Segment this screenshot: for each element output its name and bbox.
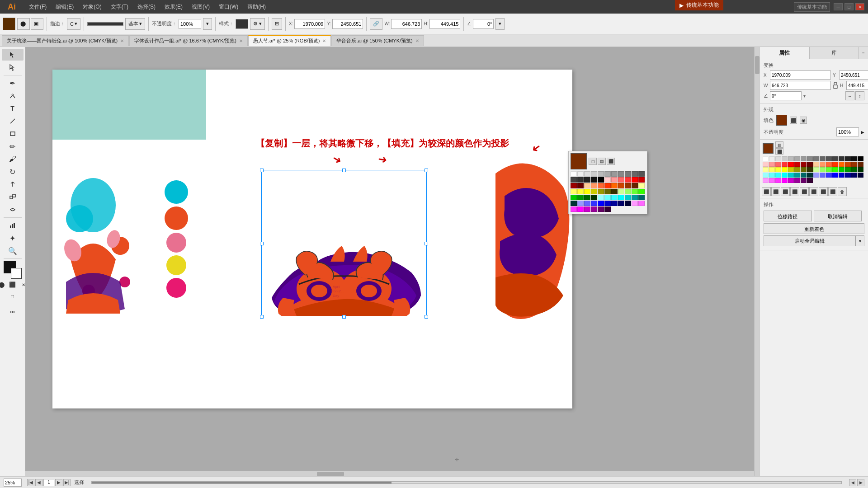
color-mode-btn[interactable]: ⬤: [0, 280, 7, 290]
color-swatch-cell[interactable]: [625, 183, 631, 188]
color-swatch-cell[interactable]: [584, 171, 590, 177]
main-palette-cell[interactable]: [782, 162, 788, 167]
main-palette-cell[interactable]: [763, 167, 769, 172]
color-swatch-cell[interactable]: [598, 177, 604, 183]
color-swatch-cell[interactable]: [571, 201, 577, 206]
tab-3[interactable]: 华音音乐.ai @ 150% (CMYK/预览) ✕: [331, 35, 424, 46]
color-swatch-cell[interactable]: [591, 206, 597, 212]
main-palette-cell[interactable]: [826, 167, 832, 172]
delete-btn-icon[interactable]: 🗑: [838, 187, 847, 196]
tab-0[interactable]: 关于杭张——国产特纸兔.ai @ 100% (CMYK/预览) ✕: [2, 35, 129, 46]
pencil-tool[interactable]: ✏: [2, 141, 24, 152]
workspace-label[interactable]: 传统基本功能: [794, 2, 830, 12]
main-palette-cell[interactable]: [826, 156, 832, 161]
color-swatch-cell[interactable]: [604, 206, 611, 212]
color-swatch-cell[interactable]: [604, 171, 611, 177]
color-swatch-cell[interactable]: [611, 189, 618, 194]
properties-tab[interactable]: 属性: [760, 47, 810, 59]
main-palette-cell[interactable]: [845, 156, 851, 161]
main-palette-cell[interactable]: [801, 167, 807, 172]
main-palette-cell[interactable]: [788, 167, 794, 172]
rp-h-input[interactable]: [846, 81, 868, 90]
stroke-type-btn[interactable]: C▾: [67, 18, 80, 30]
rp-x-input[interactable]: [770, 70, 831, 80]
main-palette-cell[interactable]: [788, 173, 794, 178]
main-palette-cell[interactable]: [794, 173, 800, 178]
minimize-button[interactable]: ─: [834, 3, 843, 10]
w-input[interactable]: [391, 19, 422, 29]
color-swatch-cell[interactable]: [571, 189, 577, 194]
angle-dropdown[interactable]: ▾: [803, 94, 806, 99]
more-tools-btn[interactable]: •••: [2, 306, 24, 318]
main-palette-cell[interactable]: [775, 173, 781, 178]
main-palette-cell[interactable]: [775, 178, 781, 183]
main-palette-cell[interactable]: [782, 178, 788, 183]
scale-tool[interactable]: [2, 191, 24, 203]
main-palette-cell[interactable]: [788, 162, 794, 167]
menu-file[interactable]: 文件(F): [25, 2, 50, 12]
opacity-input[interactable]: [179, 19, 201, 29]
tab-2[interactable]: 愚人节.ai* @ 25% (RGB/预览) ✕: [248, 35, 331, 46]
main-palette-cell[interactable]: [839, 156, 844, 161]
symbol-tool[interactable]: ✦: [2, 232, 24, 244]
fill-eyedropper-btn[interactable]: ◉: [800, 117, 807, 124]
color-swatch-cell[interactable]: [571, 195, 577, 200]
main-palette-cell[interactable]: [858, 162, 863, 167]
color-swatch-cell[interactable]: [584, 183, 590, 188]
color-swatch-cell[interactable]: [571, 183, 577, 188]
menu-type[interactable]: 文字(T): [107, 2, 132, 12]
tab-1[interactable]: 字体设计作品一组.ai* @ 16.67% (CMYK/预览) ✕: [129, 35, 248, 46]
tab-0-close[interactable]: ✕: [120, 38, 124, 43]
fill-spectrum-btn[interactable]: ⬛: [790, 117, 797, 124]
main-palette-cell[interactable]: [851, 162, 857, 167]
color-swatch-cell[interactable]: [591, 177, 597, 183]
graph-tool[interactable]: [2, 220, 24, 231]
main-palette-cell[interactable]: [782, 167, 788, 172]
main-palette-cell[interactable]: [839, 167, 844, 172]
color-swatch-cell[interactable]: [584, 206, 590, 212]
menu-edit[interactable]: 编辑(E): [52, 2, 77, 12]
color-swatch-cell[interactable]: [618, 195, 624, 200]
type-tool[interactable]: T: [2, 103, 24, 114]
color-swatch-cell[interactable]: [638, 201, 645, 206]
prev-page-btn[interactable]: ◀: [35, 479, 42, 486]
opacity-section-input[interactable]: [836, 127, 859, 136]
main-palette-cell[interactable]: [775, 156, 781, 161]
tab-3-close[interactable]: ✕: [415, 38, 419, 43]
color-swatch-cell[interactable]: [598, 195, 604, 200]
color-swatch-cell[interactable]: [598, 206, 604, 212]
main-palette-cell[interactable]: [763, 173, 769, 178]
menu-effects[interactable]: 效果(E): [161, 2, 186, 12]
main-palette-cell[interactable]: [782, 156, 788, 161]
main-palette-cell[interactable]: [801, 173, 807, 178]
main-palette-cell[interactable]: [839, 173, 844, 178]
color-swatch-cell[interactable]: [577, 183, 584, 188]
color-swatch-cell[interactable]: [591, 195, 597, 200]
align-left-icon[interactable]: ⬛: [762, 187, 771, 196]
main-palette-cell[interactable]: [807, 173, 813, 178]
menu-window[interactable]: 窗口(W): [215, 2, 242, 12]
main-palette-cell[interactable]: [763, 156, 769, 161]
lock-proportions-btn[interactable]: [833, 82, 838, 89]
angle-arrow[interactable]: ▾: [495, 18, 505, 30]
color-swatch-cell[interactable]: [584, 177, 590, 183]
main-palette-cell[interactable]: [813, 156, 819, 161]
color-swatch-cell[interactable]: [632, 195, 638, 200]
style-options[interactable]: ⚙ ▾: [250, 18, 265, 30]
color-swatch-cell[interactable]: [632, 183, 638, 188]
menu-object[interactable]: 对象(O): [79, 2, 105, 12]
background-color[interactable]: [11, 268, 22, 279]
angle-input[interactable]: [473, 19, 494, 29]
color-swatch-cell[interactable]: [625, 201, 631, 206]
main-palette-cell[interactable]: [845, 162, 851, 167]
main-artwork[interactable]: April Fools' Day: [263, 171, 425, 316]
color-swatch-cell[interactable]: [577, 201, 584, 206]
color-swatch-cell[interactable]: [611, 171, 618, 177]
main-palette-cell[interactable]: [826, 173, 832, 178]
color-swatch-cell[interactable]: [604, 189, 611, 194]
color-swatch-cell[interactable]: [638, 189, 645, 194]
none-mode-btn[interactable]: ✕: [19, 280, 26, 290]
zoom-tool[interactable]: 🔍: [2, 245, 24, 257]
brush-tool[interactable]: 🖌: [2, 153, 24, 165]
first-page-btn[interactable]: |◀: [27, 479, 34, 486]
